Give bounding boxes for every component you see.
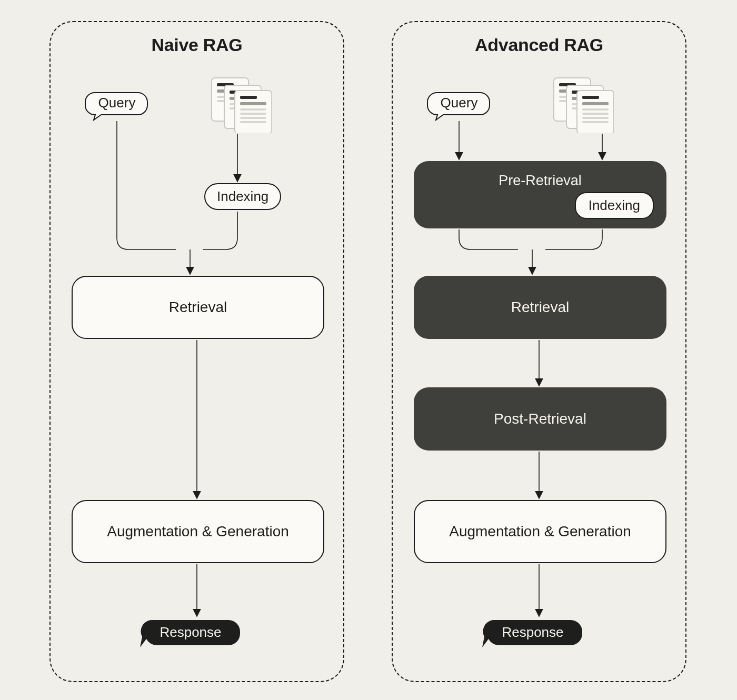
pre-retrieval-label: Pre-Retrieval xyxy=(414,173,666,189)
query-bubble-left: Query xyxy=(84,91,152,121)
svg-rect-13 xyxy=(240,108,266,111)
svg-rect-31 xyxy=(582,113,609,115)
response-bubble-left: Response xyxy=(138,618,244,651)
svg-rect-12 xyxy=(240,102,266,105)
response-label-left: Response xyxy=(160,624,221,640)
svg-rect-28 xyxy=(582,96,599,99)
panel-title-naive: Naive RAG xyxy=(51,35,343,55)
svg-rect-29 xyxy=(582,102,609,105)
arrows-right xyxy=(393,22,688,683)
pre-retrieval-box: Pre-Retrieval Indexing xyxy=(414,161,666,228)
query-bubble-right: Query xyxy=(426,91,494,121)
aug-gen-box-right: Augmentation & Generation xyxy=(414,500,666,563)
query-label-left: Query xyxy=(98,95,136,111)
indexing-pill-right: Indexing xyxy=(575,192,654,219)
svg-rect-14 xyxy=(240,113,266,115)
panel-title-advanced: Advanced RAG xyxy=(393,35,685,55)
arrows-left xyxy=(51,22,345,683)
post-retrieval-box: Post-Retrieval xyxy=(414,387,666,451)
diagram-canvas: Naive RAG Query xyxy=(0,0,737,700)
svg-rect-30 xyxy=(582,108,609,111)
svg-rect-11 xyxy=(240,96,257,99)
aug-gen-box-left: Augmentation & Generation xyxy=(72,500,324,563)
retrieval-box-right: Retrieval xyxy=(414,276,666,339)
panel-advanced-rag: Advanced RAG Query xyxy=(392,21,686,682)
response-bubble-right: Response xyxy=(480,618,586,651)
retrieval-box-left: Retrieval xyxy=(72,276,324,339)
svg-rect-32 xyxy=(582,117,609,119)
documents-icon-left xyxy=(208,75,272,135)
panel-naive-rag: Naive RAG Query xyxy=(49,21,344,682)
documents-icon-right xyxy=(551,75,614,135)
query-label-right: Query xyxy=(441,95,478,111)
svg-rect-33 xyxy=(582,121,609,123)
svg-rect-16 xyxy=(240,121,266,123)
svg-rect-15 xyxy=(240,117,266,119)
indexing-pill-left: Indexing xyxy=(204,183,281,210)
response-label-right: Response xyxy=(502,624,563,640)
